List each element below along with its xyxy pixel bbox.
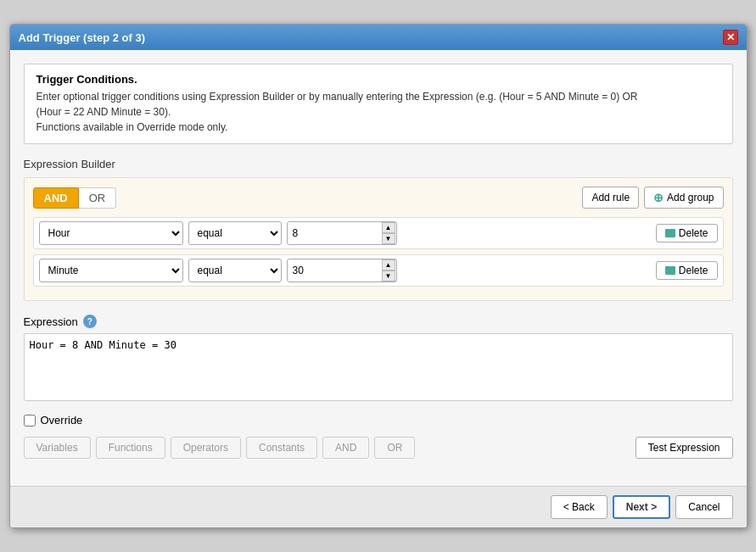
expression-textarea[interactable]: [24, 333, 733, 401]
hour-spinners: ▲ ▼: [382, 221, 395, 245]
test-expression-button[interactable]: Test Expression: [636, 437, 733, 459]
field-select-minute[interactable]: Hour Minute Second DayOfWeek DayOfMonth …: [39, 259, 183, 282]
functions-button[interactable]: Functions: [96, 437, 165, 459]
trigger-conditions-heading: Trigger Conditions.: [36, 73, 720, 86]
expression-label-text: Expression: [24, 315, 78, 328]
and-or-toggle: AND OR: [33, 187, 117, 209]
minute-increment-button[interactable]: ▲: [382, 259, 395, 270]
expression-label-row: Expression ?: [24, 315, 733, 328]
override-label: Override: [41, 414, 83, 427]
dialog-footer: < Back Next > Cancel: [10, 486, 747, 527]
dialog-title: Add Trigger (step 2 of 3): [19, 31, 146, 44]
next-button[interactable]: Next >: [613, 495, 670, 519]
delete-icon: [665, 266, 675, 275]
minute-decrement-button[interactable]: ▼: [382, 270, 395, 282]
and-toggle-button[interactable]: AND: [33, 187, 79, 209]
dialog-content: Trigger Conditions. Enter optional trigg…: [10, 50, 747, 486]
toolbar-buttons-row: Variables Functions Operators Constants …: [24, 437, 733, 459]
value-input-wrapper-hour: ▲ ▼: [287, 221, 397, 245]
operator-select-hour[interactable]: equal not equal greater than less than: [188, 221, 282, 245]
cancel-button[interactable]: Cancel: [675, 495, 732, 519]
field-select-hour[interactable]: Hour Minute Second DayOfWeek DayOfMonth …: [39, 221, 183, 245]
delete-rule-minute-button[interactable]: Delete: [656, 261, 718, 280]
expression-section: Expression ?: [24, 315, 733, 404]
hour-increment-button[interactable]: ▲: [382, 222, 395, 233]
rule-row: Hour Minute Second DayOfWeek DayOfMonth …: [33, 254, 724, 287]
value-input-minute[interactable]: [287, 259, 397, 282]
delete-icon: [665, 229, 675, 237]
variables-button[interactable]: Variables: [24, 437, 91, 459]
operator-select-minute[interactable]: equal not equal greater than less than: [188, 259, 282, 282]
builder-header: AND OR Add rule ⊕ Add group: [33, 187, 724, 209]
help-icon[interactable]: ?: [83, 315, 97, 328]
trigger-conditions-description: Enter optional trigger conditions using …: [36, 89, 720, 135]
operators-button[interactable]: Operators: [171, 437, 241, 459]
constants-button[interactable]: Constants: [246, 437, 317, 459]
add-group-button[interactable]: ⊕ Add group: [644, 187, 723, 209]
dialog-titlebar: Add Trigger (step 2 of 3) ✕: [10, 25, 747, 50]
value-input-hour[interactable]: [287, 221, 397, 245]
dialog-close-button[interactable]: ✕: [723, 30, 738, 45]
override-checkbox[interactable]: [24, 415, 36, 427]
or-insert-button[interactable]: OR: [374, 437, 415, 459]
expression-builder: AND OR Add rule ⊕ Add group Hour: [24, 177, 733, 301]
delete-rule-hour-button[interactable]: Delete: [656, 224, 718, 243]
back-button[interactable]: < Back: [551, 495, 608, 519]
add-trigger-dialog: Add Trigger (step 2 of 3) ✕ Trigger Cond…: [9, 24, 748, 528]
rule-row: Hour Minute Second DayOfWeek DayOfMonth …: [33, 217, 724, 249]
override-row: Override: [24, 414, 733, 427]
and-insert-button[interactable]: AND: [322, 437, 369, 459]
or-toggle-button[interactable]: OR: [79, 187, 117, 209]
hour-decrement-button[interactable]: ▼: [382, 233, 395, 244]
plus-icon: ⊕: [653, 191, 664, 204]
minute-spinners: ▲ ▼: [382, 259, 395, 282]
add-rule-button[interactable]: Add rule: [582, 187, 639, 209]
value-input-wrapper-minute: ▲ ▼: [287, 259, 397, 282]
expression-builder-label: Expression Builder: [24, 158, 733, 170]
trigger-conditions-box: Trigger Conditions. Enter optional trigg…: [24, 64, 733, 144]
builder-actions: Add rule ⊕ Add group: [582, 187, 723, 209]
